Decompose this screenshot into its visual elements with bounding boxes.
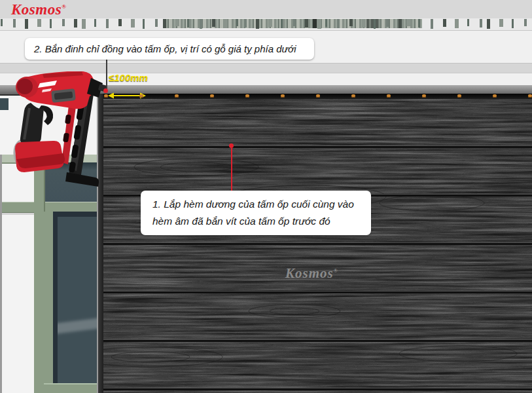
batten-tick — [50, 19, 52, 28]
batten-tick — [418, 19, 420, 28]
batten-tick — [131, 19, 135, 28]
copper-nail — [210, 94, 214, 98]
batten-tick — [512, 19, 514, 28]
batten-tick — [480, 19, 482, 28]
magazine-foot — [65, 172, 99, 187]
ceiling-batten-strip — [0, 18, 532, 31]
plank-seam — [97, 242, 532, 245]
batten-tick — [268, 19, 272, 27]
batten-tick — [455, 19, 459, 28]
callout-step1-line2: hèm âm đã bắn vít của tấm ốp trước đó — [152, 213, 371, 230]
registered-trademark-icon: ® — [62, 3, 66, 10]
copper-nail — [281, 94, 285, 98]
copper-nail — [316, 94, 320, 98]
copper-nail — [457, 94, 461, 98]
window-sill — [44, 383, 97, 393]
batten-tick — [200, 19, 202, 29]
seam-point-marker — [229, 143, 234, 148]
batten-tick — [317, 19, 321, 29]
batten-tick — [499, 19, 503, 27]
window-glass — [58, 217, 97, 383]
brand-logo-text: Kosmos — [11, 1, 62, 18]
batten-tick — [82, 19, 86, 29]
batten-tick — [236, 19, 238, 26]
batten-tick — [143, 19, 145, 29]
copper-nail — [493, 94, 497, 98]
window-pane-frame — [44, 212, 53, 393]
batten-tick — [106, 19, 109, 28]
copper-nail — [245, 94, 249, 98]
plank-seam — [97, 291, 532, 293]
batten-tick — [155, 19, 158, 27]
batten-dark-patch — [313, 19, 317, 28]
nail-point-marker — [103, 88, 108, 93]
batten-tick — [212, 19, 215, 27]
left-edge-line — [0, 155, 2, 393]
batten-tick — [25, 19, 28, 29]
batten-tick — [94, 19, 96, 27]
batten-tick — [293, 19, 296, 26]
batten-tick — [431, 19, 433, 29]
batten-tick — [386, 19, 389, 27]
batten-tick — [187, 19, 189, 28]
header-band — [0, 0, 532, 18]
panel-watermark: Kosmos® — [285, 265, 338, 282]
batten-tick — [244, 19, 247, 28]
copper-nail — [139, 94, 143, 98]
copper-nail — [528, 94, 532, 98]
batten-tick — [399, 19, 402, 28]
batten-tick — [1, 19, 3, 26]
batten-tick — [13, 19, 16, 28]
callout-step2: 2. Bắn đinh chỉ đồng vào tấm ốp, vị trí … — [25, 38, 314, 60]
watermark-text: Kosmos — [285, 265, 334, 281]
batten-tick — [163, 19, 166, 28]
batten-tick — [256, 19, 259, 29]
copper-nail — [387, 94, 391, 98]
batten-tick — [349, 19, 353, 26]
batten-tick — [337, 19, 340, 28]
batten-tick — [487, 19, 490, 29]
plank-seam — [97, 145, 532, 148]
nail-gun — [3, 67, 113, 189]
instruction-illustration: Kosmos® — [0, 0, 532, 393]
batten-tick — [305, 19, 308, 28]
callout1-pointer-line — [231, 148, 232, 191]
plank-seam — [97, 388, 532, 390]
brand-logo: Kosmos® — [11, 1, 66, 18]
batten-tick — [118, 19, 122, 26]
batten-tick — [62, 19, 65, 26]
batten-tick — [362, 19, 366, 28]
panel-top-edge — [97, 94, 532, 99]
batten-tick — [406, 19, 410, 26]
copper-nail — [351, 94, 355, 98]
registered-trademark-icon: ® — [334, 268, 338, 274]
copper-nail — [422, 94, 426, 98]
batten-tick — [443, 19, 446, 27]
batten-tick — [524, 19, 527, 26]
callout-step1-line1: 1. Lắp hèm dương của tấm ốp cuối cùng và… — [152, 196, 371, 213]
plank-seam — [97, 339, 532, 342]
batten-tick — [74, 19, 77, 28]
measurement-label: ≤100mm — [109, 72, 148, 83]
batten-tick — [175, 19, 179, 26]
callout-step1: 1. Lắp hèm dương của tấm ốp cuối cùng và… — [141, 191, 371, 235]
batten-tick — [37, 19, 41, 27]
copper-nail — [175, 94, 179, 98]
batten-tick — [374, 19, 376, 29]
batten-tick — [224, 19, 228, 28]
callout2-pointer-line — [106, 60, 107, 90]
glass-reflection — [58, 317, 97, 335]
copper-nail — [104, 94, 108, 98]
batten-tick — [467, 19, 469, 26]
batten-tick — [281, 19, 283, 28]
batten-dark-patch — [366, 19, 380, 28]
woodgrain-panel — [97, 94, 532, 393]
batten-tick — [325, 19, 327, 27]
callout-step2-text: 2. Bắn đinh chỉ đồng vào tấm ốp, vị trí … — [34, 43, 314, 54]
